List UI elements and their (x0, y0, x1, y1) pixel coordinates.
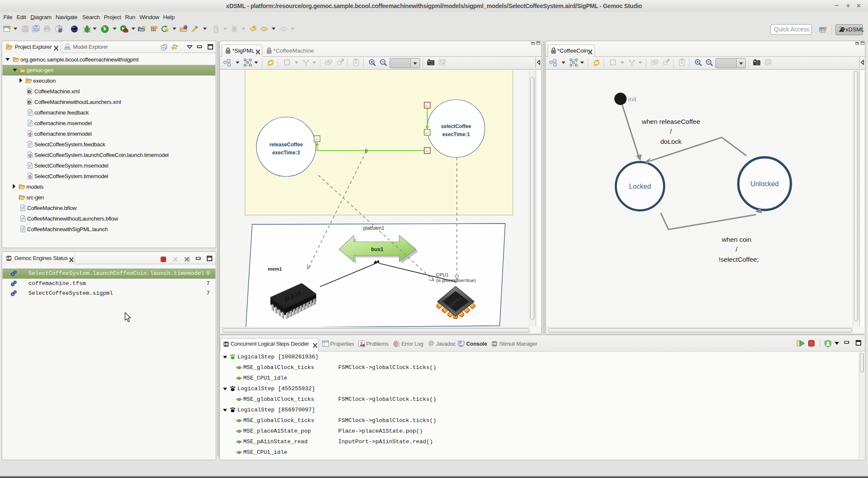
svg-text:mem1: mem1 (268, 266, 282, 271)
svg-text:/: / (670, 128, 672, 135)
svg-text:when coin: when coin (721, 236, 751, 243)
svg-text:when releaseCoffee: when releaseCoffee (641, 118, 700, 125)
svg-text:bus1: bus1 (371, 246, 383, 252)
svg-text:Unlocked: Unlocked (751, 180, 779, 187)
svg-text:execTime:1: execTime:1 (442, 131, 470, 137)
svg-text:/: / (736, 246, 738, 253)
svg-text:execTime:3: execTime:3 (272, 150, 300, 156)
svg-text:Locked: Locked (629, 183, 651, 190)
svg-text:init: init (628, 95, 637, 103)
svg-text:(is preemptive=true): (is preemptive=true) (436, 278, 476, 283)
svg-text:6: 6 (365, 148, 368, 154)
svg-text:doLock: doLock (660, 138, 682, 145)
svg-text:releaseCoffee: releaseCoffee (270, 142, 303, 148)
svg-text:selectCoffee: selectCoffee (441, 123, 471, 129)
svg-text:platform1: platform1 (363, 225, 384, 231)
svg-text:CPU1: CPU1 (436, 272, 448, 277)
svg-text:!selectCoffee;: !selectCoffee; (719, 256, 759, 263)
